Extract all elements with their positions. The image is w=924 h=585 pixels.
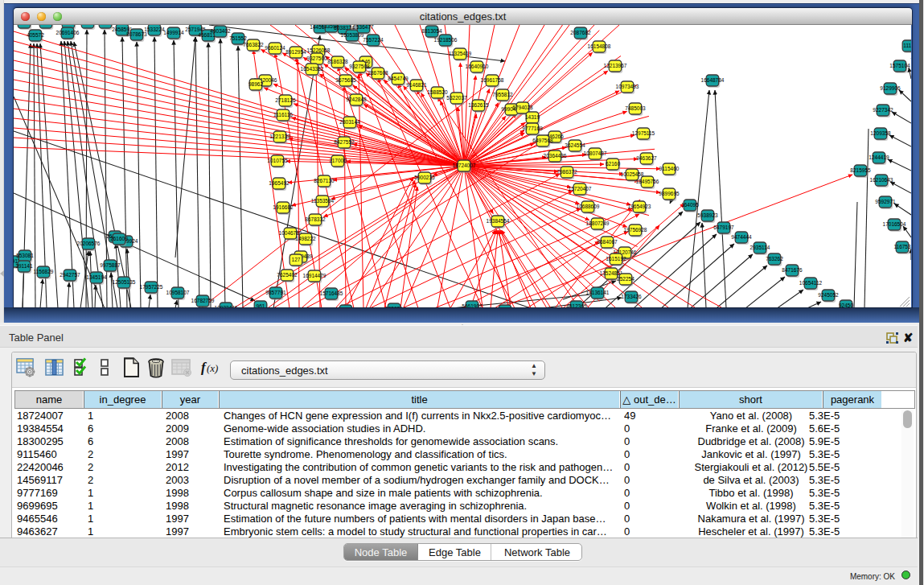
svg-text:10688609: 10688609 xyxy=(577,204,600,209)
svg-text:18807249: 18807249 xyxy=(586,220,610,226)
svg-text:19218506: 19218506 xyxy=(434,37,458,43)
svg-text:10958107: 10958107 xyxy=(166,290,190,295)
svg-text:1116116: 1116116 xyxy=(273,112,293,117)
svg-text:18724007: 18724007 xyxy=(453,163,476,168)
svg-text:10654112: 10654112 xyxy=(799,280,823,286)
svg-text:8912954: 8912954 xyxy=(285,49,306,55)
svg-text:164095: 164095 xyxy=(681,202,699,208)
svg-text:19654923: 19654923 xyxy=(628,204,651,209)
svg-text:8813054: 8813054 xyxy=(421,28,442,34)
svg-text:593021: 593021 xyxy=(385,306,403,307)
svg-text:1575104: 1575104 xyxy=(889,63,910,68)
svg-text:16648784: 16648784 xyxy=(701,77,725,83)
svg-text:11325419: 11325419 xyxy=(449,51,472,56)
svg-text:16914479: 16914479 xyxy=(303,273,326,278)
svg-text:16961758: 16961758 xyxy=(481,77,504,83)
svg-text:9327508: 9327508 xyxy=(349,64,370,69)
svg-text:8471676: 8471676 xyxy=(782,267,803,273)
svg-text:217006: 217006 xyxy=(329,158,347,163)
svg-text:1156829: 1156829 xyxy=(34,269,54,274)
svg-text:10973493: 10973493 xyxy=(616,84,639,89)
svg-text:1533224: 1533224 xyxy=(144,27,165,32)
svg-text:12213967: 12213967 xyxy=(604,63,627,68)
svg-text:5661907: 5661907 xyxy=(462,303,483,307)
svg-text:1733426: 1733426 xyxy=(621,294,642,299)
svg-text:7986372: 7986372 xyxy=(556,169,577,175)
svg-text:2718126: 2718126 xyxy=(275,97,296,103)
svg-text:5900235: 5900235 xyxy=(414,175,435,180)
svg-text:2942757: 2942757 xyxy=(60,272,80,278)
svg-text:14319: 14319 xyxy=(525,114,540,120)
svg-text:(x): (x) xyxy=(207,362,218,374)
svg-text:3624554: 3624554 xyxy=(565,142,585,148)
svg-text:7955812: 7955812 xyxy=(492,92,513,97)
svg-text:9899695: 9899695 xyxy=(659,191,680,196)
svg-text:405572: 405572 xyxy=(27,32,44,38)
svg-text:9474444: 9474444 xyxy=(731,234,752,240)
svg-text:92450: 92450 xyxy=(839,303,853,307)
svg-text:9975887: 9975887 xyxy=(100,262,121,268)
svg-text:1498222: 1498222 xyxy=(295,236,316,241)
svg-text:553081: 553081 xyxy=(16,253,34,258)
svg-text:5322037: 5322037 xyxy=(446,95,467,101)
svg-text:763262: 763262 xyxy=(766,256,783,262)
svg-text:7557224: 7557224 xyxy=(363,37,384,43)
svg-text:9227342: 9227342 xyxy=(873,107,893,113)
svg-text:8078673: 8078673 xyxy=(126,31,147,37)
svg-text:2803144: 2803144 xyxy=(339,119,360,125)
svg-text:98962: 98962 xyxy=(248,81,263,87)
svg-text:1345194: 1345194 xyxy=(86,274,107,280)
svg-text:62160: 62160 xyxy=(606,161,620,167)
svg-text:15720407: 15720407 xyxy=(569,186,592,192)
svg-text:12975115: 12975115 xyxy=(632,130,655,136)
svg-text:4612365: 4612365 xyxy=(566,303,587,307)
svg-text:961: 961 xyxy=(257,303,265,307)
svg-text:16210643: 16210643 xyxy=(870,177,893,183)
svg-text:9463627: 9463627 xyxy=(636,155,657,161)
svg-text:8536477: 8536477 xyxy=(353,25,374,30)
svg-text:8678332: 8678332 xyxy=(305,216,326,222)
svg-text:1010755: 1010755 xyxy=(267,158,288,163)
svg-text:19384554: 19384554 xyxy=(487,218,510,224)
svg-text:16640910: 16640910 xyxy=(466,64,489,69)
svg-text:9660124: 9660124 xyxy=(265,45,285,51)
svg-text:127: 127 xyxy=(292,257,301,262)
svg-text:9777169: 9777169 xyxy=(522,126,543,131)
svg-text:7485003: 7485003 xyxy=(625,105,646,111)
svg-text:17957225: 17957225 xyxy=(140,284,163,290)
svg-text:2867608: 2867608 xyxy=(368,70,388,76)
svg-text:20691406: 20691406 xyxy=(56,30,80,35)
svg-text:1499914: 1499914 xyxy=(163,30,184,35)
svg-text:1112: 1112 xyxy=(903,43,911,48)
svg-text:9592971: 9592971 xyxy=(875,199,896,204)
svg-text:10923446: 10923446 xyxy=(215,305,238,307)
svg-text:252254: 252254 xyxy=(617,276,634,282)
svg-text:9245052: 9245052 xyxy=(818,292,839,298)
svg-text:1362615: 1362615 xyxy=(468,102,489,108)
svg-text:4903402: 4903402 xyxy=(210,28,231,34)
svg-text:5938923: 5938923 xyxy=(697,212,718,218)
svg-text:1209358: 1209358 xyxy=(870,130,891,136)
svg-text:9242848: 9242848 xyxy=(346,97,367,102)
svg-text:15716485: 15716485 xyxy=(320,290,343,296)
svg-text:10025458: 10025458 xyxy=(621,171,644,177)
svg-text:9115460: 9115460 xyxy=(659,166,680,171)
svg-text:116753: 116753 xyxy=(893,244,911,249)
svg-text:16543382: 16543382 xyxy=(301,66,324,72)
svg-text:3675685: 3675685 xyxy=(335,77,356,83)
svg-text:6794028: 6794028 xyxy=(512,105,533,110)
svg-text:1221339: 1221339 xyxy=(269,134,290,139)
svg-text:16154808: 16154808 xyxy=(588,43,611,49)
svg-text:12505135: 12505135 xyxy=(113,279,136,285)
svg-text:261609: 261609 xyxy=(110,236,128,241)
svg-text:18495756: 18495756 xyxy=(636,179,659,184)
svg-text:8454749: 8454749 xyxy=(388,76,409,81)
svg-text:20206576: 20206576 xyxy=(77,241,101,246)
svg-text:8267130: 8267130 xyxy=(314,178,335,183)
svg-text:16782759: 16782759 xyxy=(191,298,215,303)
svg-text:10807487: 10807487 xyxy=(584,150,607,156)
svg-text:8186328: 8186328 xyxy=(327,59,348,64)
svg-text:8427552: 8427552 xyxy=(334,139,355,145)
svg-text:10046786: 10046786 xyxy=(279,230,302,236)
svg-text:14136141: 14136141 xyxy=(586,290,610,295)
